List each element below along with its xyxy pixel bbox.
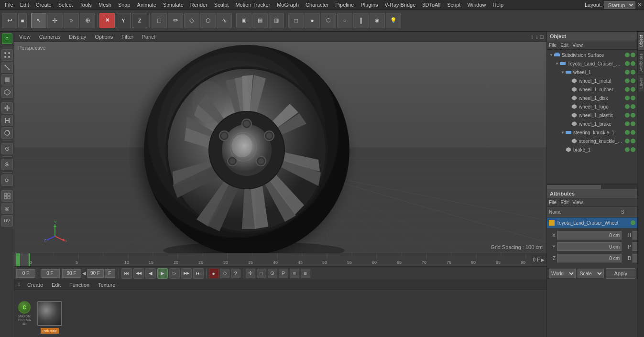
move-tool-button[interactable]: ✛	[47, 13, 63, 28]
obj-menu-view[interactable]: View	[572, 43, 583, 48]
close-icon[interactable]: ✕	[637, 1, 642, 8]
play-button[interactable]: ▶	[157, 268, 168, 279]
redo-button[interactable]: ■	[18, 13, 27, 28]
menu-item-edit[interactable]: Edit	[17, 1, 32, 8]
cylinder-primitive-button[interactable]: ⬡	[321, 13, 336, 28]
play-forward-button[interactable]: ▷	[169, 268, 180, 279]
object-button[interactable]: □	[152, 13, 167, 28]
selected-object-entry[interactable]: Toyota_Land_Cruiser_Wheel	[547, 217, 637, 228]
spline-button[interactable]: ∿	[217, 13, 232, 28]
start-frame-input[interactable]	[41, 269, 60, 278]
points-mode-button[interactable]	[1, 49, 13, 61]
render-check-green[interactable]	[631, 61, 635, 66]
render-check-green[interactable]	[631, 113, 635, 118]
end-frame-input[interactable]	[62, 269, 81, 278]
render-check-green[interactable]	[631, 70, 635, 75]
menu-item-sculpt[interactable]: Sculpt	[211, 1, 232, 8]
menu-item-3dtoall[interactable]: 3DToAll	[419, 1, 443, 8]
visibility-check-green[interactable]	[625, 139, 630, 143]
autokey-button[interactable]: □	[257, 269, 266, 278]
tree-item-steering-knuckle-aluminu[interactable]: steering_knuckle_1_aluminu	[547, 137, 637, 145]
menu-item-character[interactable]: Character	[303, 1, 331, 8]
visibility-check-green[interactable]	[625, 70, 630, 75]
tree-item-wheel1-brake[interactable]: wheel_1_brake	[547, 120, 637, 128]
viewport-tab-cameras[interactable]: Cameras	[37, 33, 63, 41]
right-tab-attributes[interactable]: Attributes	[638, 50, 644, 75]
render-check-green[interactable]	[631, 78, 635, 83]
attr-menu-edit[interactable]: Edit	[560, 200, 568, 205]
visibility-check-green[interactable]	[625, 96, 630, 100]
menu-item-motion-tracker[interactable]: Motion Tracker	[232, 1, 273, 8]
fps-value[interactable]	[105, 269, 115, 278]
fcurve-button[interactable]: ≋	[290, 269, 299, 278]
grid-button[interactable]	[1, 190, 13, 202]
go-to-end-button[interactable]: ⏭	[193, 268, 204, 279]
menu-item-select[interactable]: Select	[55, 1, 76, 8]
menu-item-script[interactable]: Script	[444, 1, 463, 8]
go-to-start-button[interactable]: ⏮	[121, 268, 132, 279]
render-active-button[interactable]: ▥	[269, 13, 284, 28]
viewport-expand-icon[interactable]: ↕	[531, 33, 534, 40]
viewport-minimize-icon[interactable]: ↓	[535, 33, 538, 40]
magnet-icon[interactable]: ⊙	[1, 143, 13, 154]
scale-select[interactable]: Scale	[578, 269, 604, 278]
right-tab-layer[interactable]: Layer	[638, 75, 644, 92]
attr-scrollbar[interactable]	[547, 184, 637, 189]
poly-button[interactable]: ◇	[184, 13, 199, 28]
menu-item-mograph[interactable]: MoGraph	[274, 1, 302, 8]
viewport-maximize-icon[interactable]: □	[540, 33, 544, 40]
mat-tab-function[interactable]: Function	[67, 282, 91, 288]
prev-keyframe-button[interactable]: ◀◀	[133, 268, 144, 279]
menu-item-create[interactable]: Create	[33, 1, 55, 8]
cube-primitive-button[interactable]: □	[288, 13, 304, 28]
visibility-check-green[interactable]	[625, 130, 630, 135]
menu-item-simulate[interactable]: Simulate	[160, 1, 186, 8]
viewport-tab-display[interactable]: Display	[67, 33, 88, 41]
visibility-check-green[interactable]	[625, 147, 630, 152]
rotate-tool-button[interactable]: ⊕	[80, 13, 95, 28]
render-check-green[interactable]	[631, 130, 635, 135]
render-check-green[interactable]	[631, 121, 635, 126]
y-pos-input[interactable]	[557, 242, 622, 251]
tree-item-steering-knuckle[interactable]: ▼ steering_knuckle_1	[547, 128, 637, 137]
expand-icon[interactable]: ▼	[549, 53, 554, 57]
menu-item-mesh[interactable]: Mesh	[96, 1, 114, 8]
right-tab-object[interactable]: Object	[638, 32, 644, 50]
viewport-tab-view[interactable]: View	[17, 33, 33, 41]
draw-button[interactable]: ✏	[168, 13, 183, 28]
menu-item-help[interactable]: Help	[490, 1, 507, 8]
layout-select[interactable]: Startup	[604, 1, 635, 9]
mat-tab-create[interactable]: Create	[25, 282, 45, 288]
z-pos-input[interactable]	[557, 254, 622, 262]
render-check-green[interactable]	[631, 87, 635, 92]
camera-button[interactable]: ◉	[370, 13, 385, 28]
nurbs-button[interactable]: ⬡	[200, 13, 216, 28]
object-mode-button[interactable]	[1, 87, 13, 98]
visibility-check-green[interactable]	[625, 53, 630, 57]
apply-button[interactable]: Apply	[606, 268, 635, 279]
tree-item-wheel1-plastic[interactable]: wheel_1_plastic	[547, 111, 637, 120]
mat-tab-texture[interactable]: Texture	[96, 282, 117, 288]
powerslider-button[interactable]: P	[279, 269, 288, 278]
question-button[interactable]: ?	[231, 269, 240, 278]
tree-item-toyota-wheel[interactable]: ▼ Toyota_Land_Cruiser_Wheel	[547, 59, 637, 68]
select-tool-button[interactable]: ↖	[31, 13, 46, 28]
render-check-green[interactable]	[631, 104, 635, 109]
plane-primitive-button[interactable]: ∥	[353, 13, 369, 28]
menu-item-animate[interactable]: Animate	[134, 1, 159, 8]
z-axis-button[interactable]: Z	[132, 13, 147, 28]
timeline-view-button[interactable]: ⊙	[268, 269, 277, 278]
attr-menu-view[interactable]: View	[572, 200, 583, 205]
viewport-3d[interactable]: X Y Z Perspective Grid Spacing : 100 cm	[14, 42, 546, 253]
cinema4d-logo-button[interactable]: C	[2, 33, 12, 44]
y-axis-button[interactable]: Y	[116, 13, 131, 28]
attr-scrollbar-thumb[interactable]	[547, 185, 601, 189]
render-check-green[interactable]	[631, 139, 635, 143]
move-icon[interactable]	[1, 102, 13, 114]
menu-item-tools[interactable]: Tools	[76, 1, 95, 8]
current-frame-input[interactable]	[16, 269, 35, 278]
visibility-check-green[interactable]	[625, 87, 630, 92]
visibility-check-green[interactable]	[625, 61, 630, 66]
exterior-material-swatch[interactable]	[37, 301, 62, 326]
expand-icon[interactable]: ▼	[560, 130, 565, 135]
